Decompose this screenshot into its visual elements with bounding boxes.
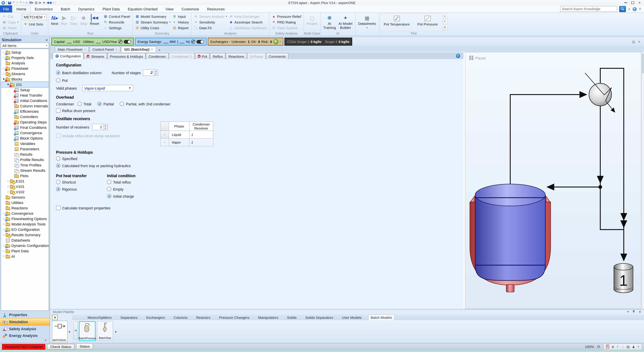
- env-button-simulation[interactable]: Simulation: [0, 318, 50, 325]
- tree-item-efficiencies[interactable]: ✓Efficiencies: [1, 109, 49, 114]
- run-button[interactable]: ▶Run: [60, 14, 69, 31]
- input-button[interactable]: ≣Input: [172, 14, 190, 19]
- control-panel-button[interactable]: ▦Control Panel: [102, 14, 131, 19]
- tree-item-profile-results[interactable]: Profile Results: [1, 157, 49, 162]
- tree-item-plots[interactable]: Plots: [1, 173, 49, 179]
- copy-button[interactable]: ▣Copy▾: [1, 19, 20, 25]
- minimize-button[interactable]: [624, 2, 627, 3]
- help-icon[interactable]: ?: [632, 7, 636, 11]
- doc-tab-101-batchsep[interactable]: 101 (BatchSep)×: [121, 46, 156, 52]
- material-dropdown-icon[interactable]: ▼: [68, 330, 71, 333]
- receivers-spinner[interactable]: 1 ▲▼: [92, 124, 108, 130]
- redo-dropdown-icon[interactable]: ▾: [23, 1, 24, 5]
- tree-item-eo-configuration[interactable]: ▷✓EO Configuration: [1, 227, 49, 232]
- unit-set-select[interactable]: METCHEM▾: [22, 14, 46, 20]
- tree-item-operating-steps[interactable]: Operating Steps: [1, 119, 49, 125]
- tree-item-results-summary[interactable]: ▷Results Summary: [1, 232, 49, 238]
- pot-pressure-button[interactable]: Pot Pressure: [412, 14, 442, 30]
- palette-tab-reactors[interactable]: Reactors: [194, 315, 212, 320]
- tree-item-convergence[interactable]: ▷✓Convergence: [1, 211, 49, 216]
- collapsed-icon[interactable]: ▷: [7, 180, 10, 183]
- run-icon[interactable]: ▶: [39, 1, 42, 5]
- spin-down-icon[interactable]: ▼: [103, 127, 107, 130]
- palette-tab-solids-separators[interactable]: Solids Separators: [304, 315, 335, 320]
- undo-icon[interactable]: ↶: [12, 1, 15, 5]
- tab-plant-data[interactable]: Plant Data: [98, 5, 124, 13]
- tree-item-block-options[interactable]: ✓Block Options: [1, 136, 49, 141]
- spin-up-icon[interactable]: ▲: [103, 124, 107, 127]
- prd-rating-button[interactable]: ✕PRD Rating: [271, 19, 302, 25]
- form-tab-pressures-holdups[interactable]: Pressures & Holdups: [107, 53, 146, 59]
- collapsed-icon[interactable]: ▷: [2, 223, 6, 225]
- select-mode-button[interactable]: ➤: [52, 315, 58, 320]
- gallery-more-icon[interactable]: ▼: [443, 25, 446, 30]
- collapse-ribbon-icon[interactable]: ∧: [628, 7, 630, 11]
- heat-exchanger-button[interactable]: ⇄Heat Exchanger: [228, 14, 268, 19]
- reset-button[interactable]: ◀◀Reset: [88, 14, 100, 31]
- tree-item-flowsheeting-options[interactable]: ▷✓Flowsheeting Options: [1, 216, 49, 221]
- project-button[interactable]: ▢ Project: [305, 14, 319, 31]
- tree-item-flowsheet[interactable]: ▷Flowsheet: [1, 66, 49, 71]
- report-button[interactable]: ▥Report: [172, 25, 190, 31]
- collapsed-icon[interactable]: ▷: [7, 191, 10, 193]
- redo-icon[interactable]: ↷: [19, 1, 22, 5]
- check-status-button[interactable]: Check Status: [47, 344, 75, 349]
- tree-item-analysis[interactable]: Analysis: [1, 60, 49, 66]
- env-button-properties[interactable]: Properties: [0, 311, 50, 318]
- next-button[interactable]: N▸Next: [50, 14, 60, 31]
- tree-item-stream-results[interactable]: Stream Results: [1, 168, 49, 173]
- reconcile-button[interactable]: ↻Reconcile: [102, 19, 131, 25]
- collapsed-icon[interactable]: ▷: [2, 255, 6, 258]
- radio-pot-heat-transfer-shortcut[interactable]: Shortcut: [56, 180, 107, 184]
- palette-tab-batch-models[interactable]: Batch Models: [368, 314, 394, 320]
- radio-initial-condition-total-reflux[interactable]: Total reflux: [107, 180, 136, 184]
- step-button[interactable]: ▷Step: [69, 14, 79, 31]
- tree-item-v101[interactable]: ▷V101: [1, 184, 49, 189]
- form-tab-3-phase[interactable]: 3-Phase: [247, 53, 266, 59]
- moon-icon[interactable]: ☾: [617, 344, 620, 349]
- tree-item-controllers[interactable]: Controllers: [1, 114, 49, 119]
- palette-item-batchprocess[interactable]: BatchProcess: [79, 321, 96, 341]
- close-icon[interactable]: ×: [116, 48, 118, 51]
- stop-icon[interactable]: ■: [43, 1, 45, 5]
- tree-item-101[interactable]: ▶101: [1, 82, 49, 87]
- data-fit-button[interactable]: ⋱Data Fit: [193, 25, 228, 31]
- tree-item-parameters[interactable]: Parameters: [1, 146, 49, 152]
- close-button[interactable]: ×: [638, 1, 641, 4]
- checkbox-reflux-drum-present[interactable]: Reflux drum present: [56, 108, 95, 113]
- tree-item-utilities[interactable]: Utilities: [1, 200, 49, 205]
- status-panel-tab[interactable]: Status: [76, 344, 93, 349]
- reset-icon[interactable]: ◀◀: [46, 1, 52, 5]
- palette-tab-manipulators[interactable]: Manipulators: [256, 315, 280, 320]
- material-stream-button[interactable]: MATERIAL: [52, 321, 68, 343]
- zoom-out-icon[interactable]: ⊖: [597, 344, 600, 349]
- collapsed-icon[interactable]: ▷: [2, 73, 6, 75]
- gallery-up-icon[interactable]: ▲: [443, 14, 446, 20]
- tree-item-blocks[interactable]: ▶Blocks: [1, 77, 49, 82]
- vertical-scrollbar[interactable]: [641, 52, 644, 309]
- form-tab-reflux[interactable]: Reflux: [210, 53, 226, 59]
- stream-analysis-button[interactable]: ≋Stream Analysis▾: [193, 14, 228, 19]
- undo-dropdown-icon[interactable]: ▾: [16, 1, 18, 5]
- stop-button[interactable]: ■Stop: [79, 14, 88, 31]
- pot-temperature-button[interactable]: Pot Temperature: [381, 14, 412, 30]
- palette-pin-icon[interactable]: [632, 310, 635, 313]
- tab-economics[interactable]: Economics: [31, 5, 57, 13]
- tree-item-property-sets[interactable]: ▷✓Property Sets: [1, 55, 49, 60]
- tree-item-results[interactable]: Results: [1, 152, 49, 157]
- palette-tab-user-models[interactable]: User Models: [340, 315, 364, 320]
- checkbox-include-reflux-drum-dump-receivers[interactable]: Include reflux drum dump receivers: [56, 134, 120, 138]
- tree-item-heat-transfer[interactable]: Heat Transfer: [1, 93, 49, 98]
- exchanger-dropdown-icon[interactable]: ▾: [280, 40, 281, 43]
- palette-close-icon[interactable]: ✕: [638, 310, 641, 314]
- close-icon[interactable]: ×: [151, 48, 153, 51]
- palette-dropdown-icon[interactable]: ▼: [627, 310, 630, 313]
- keyboard-icon[interactable]: ▤: [626, 344, 630, 349]
- close-icon[interactable]: ×: [84, 48, 86, 51]
- tree-item-initial-conditions[interactable]: Initial Conditions: [1, 98, 49, 103]
- collapsed-icon[interactable]: ▷: [7, 185, 10, 188]
- form-tab-reactions[interactable]: Reactions: [226, 53, 247, 59]
- tree-item-setup[interactable]: ▷✓Setup: [1, 50, 49, 55]
- flowsheet-search-icon[interactable]: ⌂: [26, 1, 28, 5]
- form-tab-pot[interactable]: Pot: [195, 53, 210, 59]
